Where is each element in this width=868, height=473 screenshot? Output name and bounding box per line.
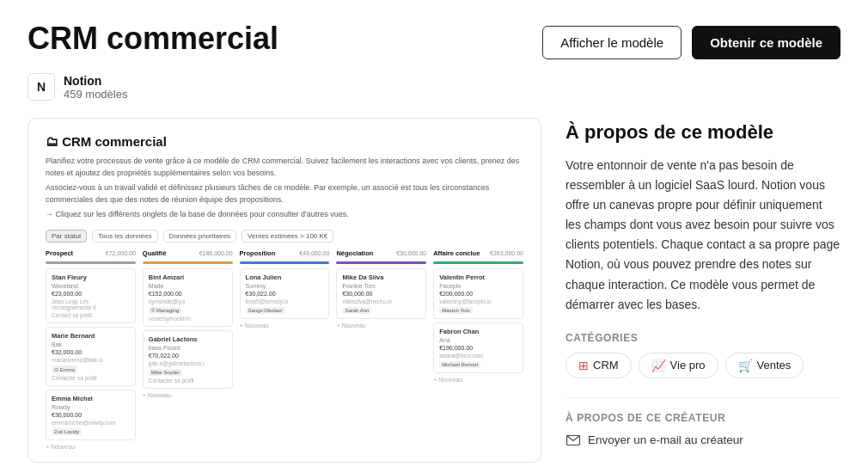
add-prospect[interactable]: + Nouveau: [46, 444, 136, 450]
category-tags: ⊞ CRM 📈 Vie pro 🛒 Ventes: [565, 353, 840, 378]
col-prop-total: €49,000.00: [299, 250, 329, 256]
preview-inner: 🗂 CRM commercial Planifiez votre process…: [28, 119, 541, 462]
header-left: CRM commercial: [28, 21, 278, 56]
kanban-board: Prospect €72,000.00 Stan Fleury Waveland…: [46, 249, 523, 450]
info-title: À propos de ce modèle: [565, 121, 840, 144]
creator-info: Notion 459 modèles: [64, 74, 127, 101]
col-qual-bar: [143, 261, 233, 264]
tab-par-statut[interactable]: Par statut: [46, 230, 87, 243]
notion-logo: N: [28, 73, 55, 101]
col-prop-header: Proposition €49,000.00: [240, 249, 330, 257]
preview-desc: Planifiez votre processus de vente grâce…: [46, 156, 523, 221]
preview-desc-2: Associez-vous à un travail validé et déf…: [46, 182, 523, 206]
categories-label: Catégories: [565, 332, 840, 344]
tab-donnees-prioritaires[interactable]: Données prioritaires: [163, 230, 237, 243]
header-actions: Afficher le modèle Obtenir ce modèle: [542, 21, 840, 59]
email-link-text: Envoyer un e-mail au créateur: [588, 433, 743, 446]
logo-text: N: [37, 80, 46, 94]
col-prop-bar: [240, 261, 330, 264]
preview-desc-3: → Cliquez sur les différents onglets de …: [46, 209, 523, 221]
kanban-tabs: Par statut Tous les données Données prio…: [46, 230, 523, 243]
preview-panel: 🗂 CRM commercial Planifiez votre process…: [28, 118, 541, 463]
about-creator-label: À propos de ce créateur: [565, 412, 840, 424]
viepro-icon: 📈: [651, 359, 666, 372]
col-won-label: Affaire conclue: [433, 249, 480, 257]
get-model-button[interactable]: Obtenir ce modèle: [692, 26, 840, 59]
add-qual[interactable]: + Nouveau: [143, 392, 233, 398]
cat-crm[interactable]: ⊞ CRM: [565, 353, 632, 378]
preview-desc-1: Planifiez votre processus de vente grâce…: [46, 156, 523, 179]
col-qual-header: Qualifié €188,000.00: [143, 249, 233, 257]
crm-icon: ⊞: [578, 359, 589, 372]
add-won[interactable]: + Nouveau: [433, 377, 523, 383]
add-nego[interactable]: + Nouveau: [336, 322, 426, 329]
card-gabriel: Gabriel Lactons basa Picord €70,022.00 g…: [143, 330, 233, 389]
card-stan: Stan Fleury Waveland €23,000.00 Jean-Lou…: [46, 268, 136, 323]
header: CRM commercial Afficher le modèle Obteni…: [0, 0, 868, 73]
preview-title: 🗂 CRM commercial: [46, 134, 523, 149]
col-won-total: €393,000.00: [490, 250, 523, 256]
card-valentin: Valentin Perrot Faceplo €200,000.00 vale…: [433, 268, 523, 319]
col-prospect-total: €72,000.00: [106, 250, 136, 256]
col-qual-total: €188,000.00: [199, 250, 233, 256]
cat-ventes-label: Ventes: [757, 359, 792, 372]
col-nego-total: €30,000.00: [396, 250, 426, 256]
col-qual: Qualifié €188,000.00 Bint Amzari Made €1…: [143, 249, 233, 450]
col-won-bar: [433, 261, 523, 264]
model-count: 459 modèles: [64, 88, 127, 101]
col-prospect-header: Prospect €72,000.00: [46, 249, 136, 257]
page-title: CRM commercial: [28, 21, 278, 56]
col-nego-bar: [336, 261, 426, 264]
tab-ventes-estimees[interactable]: Ventes estimées > 100 K€: [241, 230, 333, 243]
card-marie: Marie Bernard Bak €32,000.00 mariannemd@…: [46, 327, 136, 386]
cat-viepro-label: Vie pro: [670, 359, 706, 372]
card-fabron: Fabron Chan Ana €190,000.00 adana@foco.c…: [433, 322, 523, 373]
col-qual-label: Qualifié: [143, 249, 167, 257]
col-prospect-label: Prospect: [46, 249, 73, 257]
col-nego: Négociation €30,000.00 Mike Da Silva Fra…: [336, 249, 426, 450]
card-bint: Bint Amzari Made €152,000.00 symonide@y.…: [143, 268, 233, 327]
col-won: Affaire conclue €393,000.00 Valentin Per…: [433, 249, 523, 450]
creator-name: Notion: [64, 74, 127, 88]
info-description: Votre entonnoir de vente n'a pas besoin …: [565, 156, 840, 315]
add-prop[interactable]: + Nouveau: [240, 322, 330, 329]
cat-ventes[interactable]: 🛒 Ventes: [725, 353, 804, 378]
email-icon: [565, 433, 581, 448]
cat-crm-label: CRM: [593, 359, 619, 372]
view-model-button[interactable]: Afficher le modèle: [542, 26, 682, 59]
ventes-icon: 🛒: [738, 359, 753, 372]
email-creator-link[interactable]: Envoyer un e-mail au créateur: [565, 433, 840, 448]
card-lona: Lona Julien Summy €30,022.00 lona5@terms…: [240, 268, 330, 319]
col-prospect: Prospect €72,000.00 Stan Fleury Waveland…: [46, 249, 136, 450]
col-nego-label: Négociation: [336, 249, 373, 257]
creator-row: N Notion 459 modèles: [0, 73, 868, 118]
col-nego-header: Négociation €30,000.00: [336, 249, 426, 257]
card-mike: Mike Da Silva Frankie Tom €30,000.00 mik…: [336, 268, 426, 319]
col-prop: Proposition €49,000.00 Lona Julien Summy…: [240, 249, 330, 450]
card-emma: Emma Michel Rowdy €30,000.00 emmamichel@…: [46, 390, 136, 440]
col-won-header: Affaire conclue €393,000.00: [433, 249, 523, 257]
about-creator: À propos de ce créateur Envoyer un e-mai…: [565, 397, 840, 448]
col-prop-label: Proposition: [240, 249, 276, 257]
cat-viepro[interactable]: 📈 Vie pro: [639, 353, 718, 378]
tab-tous-donnees[interactable]: Tous les données: [92, 230, 157, 243]
col-prospect-bar: [46, 261, 136, 264]
main-content: 🗂 CRM commercial Planifiez votre process…: [0, 118, 868, 463]
info-panel: À propos de ce modèle Votre entonnoir de…: [565, 118, 840, 463]
